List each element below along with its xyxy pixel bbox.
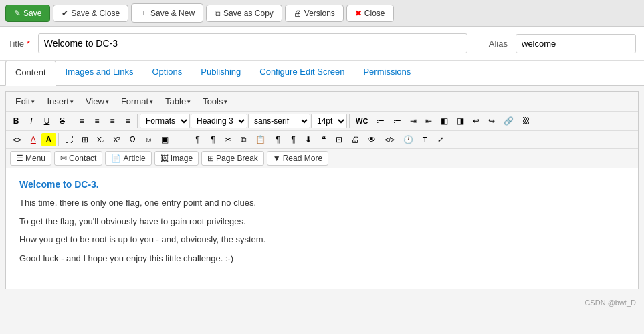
menu-tools[interactable]: Tools ▾: [197, 94, 233, 108]
italic-button[interactable]: I: [24, 114, 39, 128]
insert-menu-button[interactable]: ☰ Menu: [10, 151, 51, 166]
copy-btn[interactable]: ⧉: [236, 133, 251, 146]
menu-btn-label: Menu: [25, 154, 45, 163]
heading-select[interactable]: Heading 3 Heading 1 Heading 2: [191, 114, 247, 128]
para-mark2-button[interactable]: ¶: [286, 133, 300, 146]
clear-format-button[interactable]: T̲: [418, 134, 433, 146]
link-button[interactable]: 🔗: [500, 114, 518, 128]
print-button[interactable]: 🖨: [347, 133, 363, 146]
font-color-button[interactable]: A: [26, 133, 41, 146]
title-input[interactable]: [38, 33, 467, 53]
menu-view[interactable]: View ▾: [80, 94, 114, 108]
image-icon: 🖼: [160, 154, 169, 163]
bold-button[interactable]: B: [9, 114, 23, 128]
save-new-button[interactable]: ＋ Save & New: [131, 3, 203, 23]
editor-content[interactable]: Welcome to DC-3. This time, there is onl…: [6, 168, 638, 289]
align-right2-button[interactable]: ◨: [453, 114, 468, 128]
fullscreen-button[interactable]: ⛶: [61, 133, 77, 146]
save-icon: ✎: [14, 9, 21, 18]
clock-button[interactable]: 🕐: [399, 133, 417, 146]
para-ltr-button[interactable]: ¶: [190, 133, 205, 146]
code-button[interactable]: <>: [9, 134, 25, 146]
indent-button[interactable]: ⇥: [406, 114, 421, 128]
plus-icon: ＋: [140, 7, 148, 19]
unordered-list-button[interactable]: ≔: [372, 114, 389, 128]
tab-publishing[interactable]: Publishing: [191, 61, 250, 85]
versions-button[interactable]: 🖨 Versions: [285, 5, 344, 22]
pagebreak-icon: ⊞: [207, 154, 214, 163]
insert-readmore-button[interactable]: ▼ Read More: [267, 151, 328, 166]
hr-button[interactable]: —: [173, 133, 189, 146]
menu-icon: ☰: [16, 154, 23, 163]
emoji-button[interactable]: ☺: [140, 133, 156, 146]
strikethrough-button[interactable]: S: [55, 114, 70, 128]
para-rtl-button[interactable]: ¶: [205, 133, 220, 146]
tab-images-links[interactable]: Images and Links: [56, 61, 143, 85]
quote-button[interactable]: ❝: [316, 133, 331, 146]
special-char-button[interactable]: Ω: [125, 133, 140, 146]
alias-label: Alias: [489, 39, 508, 49]
menu-insert[interactable]: Insert ▾: [41, 94, 79, 108]
superscript-button[interactable]: X²: [109, 134, 124, 146]
unlink-button[interactable]: ⛓: [518, 114, 534, 128]
download-button[interactable]: ⬇: [301, 133, 316, 146]
view-chevron: ▾: [106, 98, 109, 105]
tab-permissions[interactable]: Permissions: [354, 61, 420, 85]
editor-toolbar-row1: B I U S ≡ ≡ ≡ ≡ Formats Heading 3 Headin…: [6, 112, 638, 131]
tab-configure-edit[interactable]: Configure Edit Screen: [250, 61, 354, 85]
insert-pagebreak-button[interactable]: ⊞ Page Break: [201, 151, 264, 166]
insert-article-button[interactable]: 📄 Article: [105, 151, 151, 166]
save-button[interactable]: ✎ Save: [5, 5, 50, 22]
cut-button[interactable]: ✂: [221, 133, 235, 146]
menu-table[interactable]: Table ▾: [160, 94, 196, 108]
font-select[interactable]: sans-serif serif monospace: [248, 114, 310, 128]
content-para-3: How you get to be root is up to you - an…: [19, 233, 625, 246]
title-label: Title *: [8, 39, 30, 49]
editor-menubar: Edit ▾ Insert ▾ View ▾ Format ▾ Table ▾ …: [6, 92, 638, 112]
source-button[interactable]: </>: [381, 134, 398, 146]
top-toolbar: ✎ Save ✔ Save & Close ＋ Save & New ⧉ Sav…: [0, 0, 644, 27]
subscript-button[interactable]: X₂: [93, 134, 108, 146]
preview-button[interactable]: 👁: [364, 133, 380, 146]
size-select[interactable]: 14pt 10pt 12pt 16pt: [311, 114, 347, 128]
separator4: [58, 133, 59, 146]
tab-options[interactable]: Options: [142, 61, 191, 85]
align-right-button[interactable]: ≡: [105, 114, 120, 128]
tools-label: Tools: [203, 96, 223, 106]
media-button[interactable]: ▣: [157, 133, 173, 146]
save-copy-button[interactable]: ⧉ Save as Copy: [206, 5, 282, 22]
separator: [72, 114, 72, 128]
paste-button[interactable]: 📋: [251, 133, 270, 146]
align-left2-button[interactable]: ◧: [437, 114, 452, 128]
redo-button[interactable]: ↪: [484, 114, 499, 128]
save-close-button[interactable]: ✔ Save & Close: [53, 5, 128, 22]
blockquote-button[interactable]: ⊡: [332, 133, 346, 146]
format-label: Format: [121, 96, 148, 106]
align-left-button[interactable]: ≡: [74, 114, 89, 128]
alias-input[interactable]: [516, 34, 636, 53]
tab-content[interactable]: Content: [5, 61, 56, 86]
save-copy-label: Save as Copy: [223, 9, 274, 18]
align-justify-button[interactable]: ≡: [120, 114, 135, 128]
table-insert-button[interactable]: ⊞: [78, 133, 92, 146]
menu-format[interactable]: Format ▾: [116, 94, 158, 108]
align-center-button[interactable]: ≡: [90, 114, 104, 128]
formats-select[interactable]: Formats: [140, 114, 190, 128]
insert-contact-button[interactable]: ✉ Contact: [54, 151, 102, 166]
ordered-list-button[interactable]: ≔: [389, 114, 405, 128]
undo-button[interactable]: ↩: [469, 114, 484, 128]
save-label: Save: [23, 9, 41, 18]
resize-button[interactable]: ⤢: [433, 133, 448, 146]
wordcount-button[interactable]: WC: [352, 115, 372, 127]
editor-insertbar: ☰ Menu ✉ Contact 📄 Article 🖼 Image ⊞ Pag…: [6, 149, 638, 168]
highlight-button[interactable]: A: [41, 133, 56, 146]
close-button[interactable]: ✖ Close: [346, 5, 394, 22]
outdent-button[interactable]: ⇤: [421, 114, 436, 128]
editor-wrapper: Edit ▾ Insert ▾ View ▾ Format ▾ Table ▾ …: [5, 91, 639, 289]
underline-button[interactable]: U: [39, 114, 54, 128]
content-para-1: This time, there is only one flag, one e…: [19, 196, 625, 210]
para-mark-button[interactable]: ¶: [270, 133, 285, 146]
insert-image-button[interactable]: 🖼 Image: [154, 151, 199, 166]
menu-edit[interactable]: Edit ▾: [10, 94, 40, 108]
close-label: Close: [364, 9, 385, 18]
